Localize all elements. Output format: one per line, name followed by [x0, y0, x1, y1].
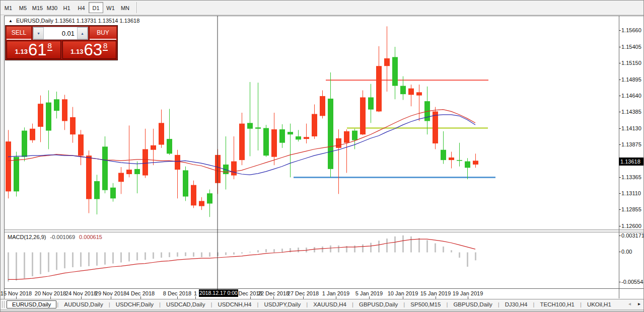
price-tick-label: 1.13365: [621, 174, 641, 181]
ohlc-close: 1.13618: [120, 18, 140, 24]
crosshair-date-label: 2018.12.17 0:00: [199, 289, 238, 297]
timeframe-button-m5[interactable]: M5: [16, 2, 30, 13]
macd-tick-mark: [619, 236, 621, 236]
price-tick-mark: [619, 112, 621, 112]
price-tick-label: 1.14895: [621, 76, 641, 83]
chart-tab-usdchf-daily[interactable]: USDCHF,Daily: [111, 301, 159, 308]
price-tick-label: 1.12855: [621, 206, 641, 213]
toolbar-separator: [136, 2, 137, 13]
date-tick-label: 5 Jan 2019: [355, 290, 383, 296]
price-tick-mark: [619, 193, 621, 194]
sell-price-main: 61: [28, 42, 47, 57]
price-tick-mark: [619, 80, 621, 80]
tab-scroll-left-icon[interactable]: ◂: [628, 301, 631, 306]
macd-tick-label: -0.005543: [621, 278, 644, 285]
collapse-triangle-icon[interactable]: ▲: [9, 19, 13, 23]
macd-title: MACD(12,26,9): [8, 234, 46, 240]
date-tick-label: 10 Jan 2019: [388, 290, 418, 296]
price-tick-mark: [619, 128, 621, 129]
date-tick-label: 15 Nov 2018: [1, 290, 32, 296]
ohlc-low: 1.13514: [98, 18, 118, 24]
macd-panel[interactable]: [5, 232, 619, 288]
chart-tab-sp500-m15[interactable]: SP500,M15: [405, 301, 446, 308]
chart-tab-audusd-daily[interactable]: AUDUSD,Daily: [59, 301, 108, 308]
chart-tab-usdcnh-h4[interactable]: USDCNH,H4: [212, 301, 256, 308]
date-tick-label: 22 Dec 2018: [258, 290, 289, 296]
chart-tab-gbpusd-daily[interactable]: GBPUSD,Daily: [448, 301, 497, 308]
timeframe-button-h1[interactable]: H1: [59, 2, 74, 13]
one-click-trade-widget: SELL ▾ 0.01 ▴ BUY 1.13 61 8 1.13 63 8: [5, 25, 118, 60]
sell-price-display[interactable]: 1.13 61 8: [7, 41, 61, 59]
date-tick-label: 1: [194, 290, 197, 296]
sell-button[interactable]: SELL: [7, 27, 31, 40]
price-tick-mark: [619, 63, 621, 63]
macd-indicator-label: MACD(12,26,9) -0.001069 0.000615: [8, 234, 102, 240]
chart-tab-ukoil-h1[interactable]: UKOil,H1: [582, 301, 616, 308]
timeframe-button-d1[interactable]: D1: [89, 2, 103, 13]
price-tick-mark: [619, 226, 621, 226]
volume-spinner: ▾ 0.01 ▴: [33, 27, 88, 40]
price-tick-label: 1.14640: [621, 92, 641, 99]
chart-symbol: EURUSD,Daily: [16, 18, 53, 24]
macd-tick-label: 0.00: [621, 248, 632, 255]
chart-tab-xauusd-h4[interactable]: XAUUSD,H4: [308, 301, 351, 308]
date-tick-label: 20 Nov 2018: [35, 290, 66, 296]
date-tick-label: 1 Jan 2019: [322, 290, 349, 296]
price-tick-mark: [619, 144, 621, 145]
price-tick-mark: [619, 96, 621, 96]
chart-tab-usdjpy-daily[interactable]: USDJPY,Daily: [259, 301, 306, 308]
price-tick-mark: [619, 30, 621, 31]
chart-left-border: [4, 16, 5, 299]
chart-tab-tech100-h1[interactable]: TECH100,H1: [535, 301, 579, 308]
volume-input[interactable]: 0.01: [44, 27, 77, 39]
chart-title: ▲ EURUSD,Daily 1.13561 1.13731 1.13514 1…: [9, 18, 139, 24]
current-price-tag: 1.13618: [619, 158, 644, 166]
sell-price-prefix: 1.13: [15, 48, 28, 55]
buy-price-pip: 8: [103, 41, 108, 51]
chart-tab-gbpusd-daily[interactable]: GBPUSD,Daily: [354, 301, 403, 308]
date-tick-label: 24 Nov 2018: [65, 290, 97, 296]
status-strip: [1, 309, 643, 312]
macd-main-value: -0.001069: [50, 234, 75, 240]
macd-bottom-border: [5, 288, 644, 289]
timeframe-button-h4[interactable]: H4: [74, 2, 89, 13]
buy-button[interactable]: BUY: [90, 27, 116, 40]
macd-tick-mark: [619, 282, 621, 282]
timeframe-button-w1[interactable]: W1: [103, 2, 118, 13]
date-tick-label: 29 Nov 2018: [95, 290, 126, 296]
buy-price-display[interactable]: 1.13 63 8: [62, 41, 117, 59]
volume-increase-button[interactable]: ▴: [77, 27, 88, 39]
price-tick-label: 1.15660: [621, 27, 641, 34]
sell-price-pip: 8: [47, 41, 52, 51]
date-tick-label: 27 Dec 2018: [288, 290, 319, 296]
price-tick-label: 1.13875: [621, 141, 641, 148]
macd-signal-value: 0.000615: [79, 234, 102, 240]
price-tick-label: 1.15150: [621, 59, 641, 66]
tab-scroll-right-icon[interactable]: ▸: [638, 301, 640, 306]
chart-tab-dj30-h4[interactable]: DJ30,H4: [500, 301, 533, 308]
chart-tab-bar: EURUSD,Daily|AUDUSD,Daily|USDCHF,Daily|U…: [1, 299, 643, 309]
chart-tab-usdcad-daily[interactable]: USDCAD,Daily: [161, 301, 210, 308]
macd-tick-mark: [619, 252, 621, 252]
timeframe-button-m30[interactable]: M30: [45, 2, 59, 13]
chart-tab-eurusd-daily[interactable]: EURUSD,Daily: [7, 300, 56, 308]
date-tick-label: 19 Jan 2019: [453, 290, 483, 296]
price-tick-label: 1.13110: [621, 190, 641, 197]
chart-top-border: [5, 16, 644, 16]
ohlc-high: 1.13731: [77, 18, 97, 24]
ohlc-open: 1.13561: [55, 18, 75, 24]
price-tick-label: 1.14385: [621, 108, 641, 115]
date-tick-label: 8 Dec 2018: [163, 290, 191, 296]
price-tick-label: 1.14130: [621, 125, 641, 132]
tabbar-grip-icon: [2, 301, 5, 308]
timeframe-toolbar: M1M5M15M30H1H4D1W1MN: [1, 1, 643, 15]
timeframe-button-m15[interactable]: M15: [30, 2, 45, 13]
date-tick-label: 4 Dec 2018: [126, 290, 155, 296]
price-tick-mark: [619, 209, 621, 210]
price-tick-label: 1.12600: [621, 222, 641, 229]
timeframe-button-m1[interactable]: M1: [1, 2, 16, 13]
date-tick-label: 15 Jan 2019: [420, 290, 451, 296]
timeframe-button-mn[interactable]: MN: [118, 2, 132, 13]
volume-decrease-button[interactable]: ▾: [33, 27, 44, 39]
buy-price-prefix: 1.13: [70, 48, 83, 55]
